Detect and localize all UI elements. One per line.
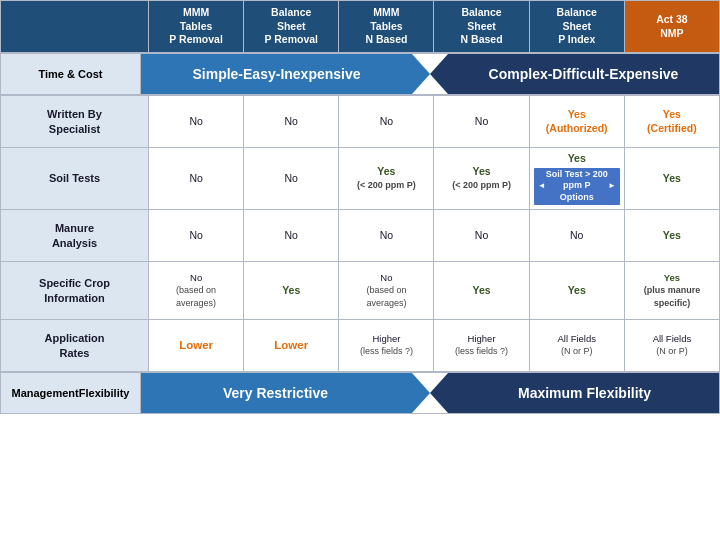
written-by-row: Written By Specialist No No No No Yes (A xyxy=(1,96,720,148)
soil-tests-label: Soil Tests xyxy=(1,148,149,210)
soil-tests-row: Soil Tests No No Yes (< 200 ppm P) Yes (… xyxy=(1,148,720,210)
header-row: MMM Tables P Removal Balance Sheet P Rem… xyxy=(1,1,720,53)
app-rates-c1: Lower xyxy=(149,320,244,372)
soil-tests-c1: No xyxy=(149,148,244,210)
manure-analysis-label: Manure Analysis xyxy=(1,210,149,262)
manure-c1: No xyxy=(149,210,244,262)
written-by-c6: Yes (Certified) xyxy=(624,96,719,148)
soil-test-bar: ◄ Soil Test > 200 ppm P Options ► xyxy=(534,168,620,205)
written-by-c2: No xyxy=(244,96,339,148)
soil-tests-c2: No xyxy=(244,148,339,210)
specific-crop-c1: No (based on averages) xyxy=(149,262,244,320)
app-rates-c4: Higher (less fields ?) xyxy=(434,320,529,372)
app-rates-c6: All Fields (N or P) xyxy=(624,320,719,372)
header-col4: Balance Sheet N Based xyxy=(434,1,529,53)
specific-crop-c2: Yes xyxy=(244,262,339,320)
complex-difficult-arrow: Complex-Difficult-Expensive xyxy=(430,54,719,94)
written-by-label: Written By Specialist xyxy=(1,96,149,148)
main-container: MMM Tables P Removal Balance Sheet P Rem… xyxy=(0,0,720,540)
header-col3: MMM Tables N Based xyxy=(339,1,434,53)
manure-c6: Yes xyxy=(624,210,719,262)
soil-tests-c4: Yes (< 200 ppm P) xyxy=(434,148,529,210)
specific-crop-c4: Yes xyxy=(434,262,529,320)
specific-crop-c6: Yes (plus manure specific) xyxy=(624,262,719,320)
manure-analysis-row: Manure Analysis No No No No No xyxy=(1,210,720,262)
simple-easy-arrow: Simple-Easy-Inexpensive xyxy=(141,54,430,94)
header-col0 xyxy=(1,1,149,53)
app-rates-c3: Higher (less fields ?) xyxy=(339,320,434,372)
written-by-c4: No xyxy=(434,96,529,148)
manure-c3: No xyxy=(339,210,434,262)
mgmt-flexibility-label: Management Flexibility xyxy=(1,373,141,413)
written-by-c1: No xyxy=(149,96,244,148)
written-by-c5: Yes (Authorized) xyxy=(529,96,624,148)
manure-c2: No xyxy=(244,210,339,262)
specific-crop-row: Specific Crop Information No (based on a… xyxy=(1,262,720,320)
soil-tests-c6: Yes xyxy=(624,148,719,210)
very-restrictive-arrow: Very Restrictive xyxy=(141,373,430,413)
mgmt-flexibility-row: Management Flexibility Very Restrictive … xyxy=(0,372,720,414)
manure-c4: No xyxy=(434,210,529,262)
header-col5: Balance Sheet P Index xyxy=(529,1,624,53)
max-flexibility-arrow: Maximum Flexibility xyxy=(430,373,719,413)
application-rates-row: Application Rates Lower Lower Higher (le… xyxy=(1,320,720,372)
specific-crop-c3: No (based on averages) xyxy=(339,262,434,320)
soil-tests-c5: Yes ◄ Soil Test > 200 ppm P Options ► xyxy=(529,148,624,210)
soil-tests-c3: Yes (< 200 ppm P) xyxy=(339,148,434,210)
time-cost-row: Time & Cost Simple-Easy-Inexpensive Comp… xyxy=(0,53,720,95)
application-rates-label: Application Rates xyxy=(1,320,149,372)
written-by-c3: No xyxy=(339,96,434,148)
app-rates-c2: Lower xyxy=(244,320,339,372)
specific-crop-label: Specific Crop Information xyxy=(1,262,149,320)
time-cost-label: Time & Cost xyxy=(1,54,141,94)
mgmt-arrows: Very Restrictive Maximum Flexibility xyxy=(141,373,719,413)
header-col1: MMM Tables P Removal xyxy=(149,1,244,53)
specific-crop-c5: Yes xyxy=(529,262,624,320)
header-col6: Act 38 NMP xyxy=(624,1,719,53)
header-col2: Balance Sheet P Removal xyxy=(244,1,339,53)
manure-c5: No xyxy=(529,210,624,262)
app-rates-c5: All Fields (N or P) xyxy=(529,320,624,372)
